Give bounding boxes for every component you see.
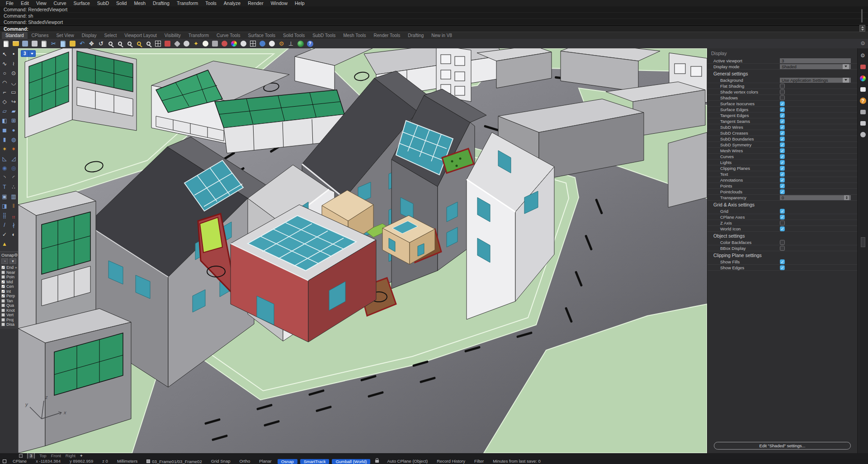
menu-render[interactable]: Render xyxy=(245,0,266,6)
viewport-menu-caret-icon[interactable] xyxy=(31,53,33,55)
subd-boundaries-checkbox[interactable]: ✓ xyxy=(780,136,785,141)
panel-strip-handle[interactable] xyxy=(861,237,865,247)
cplane-axes-checkbox[interactable]: ✓ xyxy=(780,215,785,220)
tab-select[interactable]: Select xyxy=(101,32,121,39)
tab-render-tools[interactable]: Render Tools xyxy=(370,32,404,39)
viewport-tab-top[interactable]: Top xyxy=(39,453,46,459)
status-osnap[interactable]: Osnap xyxy=(278,459,297,464)
rail-surface-plane-button[interactable]: ⊞ xyxy=(9,116,18,125)
toolbar-rotate-view-button[interactable]: ↺ xyxy=(97,39,105,48)
tangent-edges-checkbox[interactable]: ✓ xyxy=(780,113,785,118)
rail-point-edit-button[interactable]: ∴ xyxy=(9,182,18,192)
command-prompt[interactable]: Command: xyxy=(0,26,868,32)
toolbar-open-file-button[interactable] xyxy=(11,39,20,48)
status-planar[interactable]: Planar xyxy=(255,459,276,464)
toolbar-gear-icon[interactable]: ⚙ xyxy=(860,40,865,47)
toolbar-rendered-sphere-button[interactable] xyxy=(268,39,276,48)
toolbar-named-view-car-button[interactable] xyxy=(163,39,172,48)
toolbar-spotlight-pair-button[interactable]: ✦ xyxy=(192,39,200,48)
toolbar-paste-button[interactable] xyxy=(68,39,77,48)
toolbar-earth-button[interactable] xyxy=(296,39,305,48)
menu-transform[interactable]: Transform xyxy=(174,0,201,6)
osnap-checkbox-near[interactable] xyxy=(1,271,5,274)
viewport-tab-3[interactable]: 3 xyxy=(27,453,35,459)
status-ortho[interactable]: Ortho xyxy=(235,459,255,464)
text-checkbox[interactable]: ✓ xyxy=(780,172,785,177)
osnap-checkbox-mid[interactable]: ✓ xyxy=(1,280,5,284)
curves-checkbox[interactable]: ✓ xyxy=(780,154,785,159)
tangent-seams-checkbox[interactable]: ✓ xyxy=(780,119,785,124)
menu-window[interactable]: Window xyxy=(268,0,291,6)
rail-trim-button[interactable]: / xyxy=(0,220,9,230)
osnap-expand-icon[interactable]: » xyxy=(15,266,17,270)
status-current-layer[interactable]: 03_Frame01/03_Frame02 xyxy=(142,459,206,464)
osnap-gear-icon[interactable]: ⚙ xyxy=(14,253,18,258)
tab-visibility[interactable]: Visibility xyxy=(161,32,184,39)
osnap-checkbox-cen[interactable]: ✓ xyxy=(1,285,5,288)
rail-single-point-button[interactable]: • xyxy=(9,49,18,59)
annotations-checkbox[interactable]: ✓ xyxy=(780,178,785,183)
rail-check-tool-button[interactable]: ✓ xyxy=(0,230,9,239)
viewport-3d[interactable]: x y z 3 xyxy=(18,48,707,453)
osnap-checkbox-tan[interactable] xyxy=(1,299,5,303)
lights-checkbox[interactable]: ✓ xyxy=(780,160,785,165)
menu-help[interactable]: Help xyxy=(292,0,308,6)
rail-circle-center-button[interactable]: ○ xyxy=(0,68,9,78)
tab-viewport-layout[interactable]: Viewport Layout xyxy=(121,32,160,39)
panel-color-wheel-button[interactable] xyxy=(859,75,867,82)
osnap-item-cen[interactable]: ✓Cen xyxy=(1,284,18,289)
toolbar-dimension-tool-button[interactable]: ⊥ xyxy=(287,39,295,48)
bbox-display-checkbox[interactable] xyxy=(780,246,785,251)
osnap-item-qua[interactable]: Qua xyxy=(1,303,18,308)
status-smarttrack[interactable]: SmartTrack xyxy=(300,459,330,464)
toolbar-zoom-selected-button[interactable] xyxy=(135,39,143,48)
status-millimeters[interactable]: Millimeters xyxy=(113,459,142,464)
toolbar-print-button[interactable] xyxy=(30,39,39,48)
status-pane-icon[interactable] xyxy=(3,459,6,463)
rail-fillet-surface-button[interactable]: ◺ xyxy=(0,154,9,163)
rail-array-grid-button[interactable]: ⣿ xyxy=(0,211,9,220)
toolbar-lamp-button[interactable] xyxy=(201,39,210,48)
rail-split-button[interactable]: ∤ xyxy=(9,220,18,230)
menu-solid[interactable]: Solid xyxy=(113,0,130,6)
status-cplane[interactable]: CPlane xyxy=(8,459,31,464)
panel-sun-button[interactable] xyxy=(859,131,867,138)
chevron-down-icon[interactable] xyxy=(843,78,849,83)
display-mode-dropdown[interactable]: Shaded xyxy=(780,64,851,69)
toolbar-undo-button[interactable]: ↶ xyxy=(78,39,86,48)
tab-surface-tools[interactable]: Surface Tools xyxy=(245,32,279,39)
rail-curve-control-points-button[interactable]: ∿ xyxy=(0,59,9,68)
rail-blend-curve-button[interactable]: ◜ xyxy=(9,173,18,182)
tab-set-view[interactable]: Set View xyxy=(52,32,77,39)
tab-display[interactable]: Display xyxy=(78,32,100,39)
rail-array-polar-button[interactable]: ⣤ xyxy=(9,211,18,220)
rail-arc-center-button[interactable]: ◠ xyxy=(0,78,9,87)
panel-display-mode-button[interactable] xyxy=(859,86,867,93)
chevron-down-icon[interactable] xyxy=(843,64,849,69)
osnap-checkbox-proj[interactable] xyxy=(1,318,5,322)
rail-cylinder-button[interactable]: ▮ xyxy=(0,135,9,144)
menu-tools[interactable]: Tools xyxy=(202,0,220,6)
osnap-item-int[interactable]: ✓Int xyxy=(1,289,18,294)
shade-vertex-colors-checkbox[interactable] xyxy=(780,89,785,94)
tab-standard[interactable]: Standard xyxy=(2,32,28,39)
panel-display-gear-button[interactable]: ⚙ xyxy=(859,52,867,59)
rail-box-button[interactable]: ◼ xyxy=(0,125,9,135)
osnap-item-disa[interactable]: Disa xyxy=(1,322,18,327)
viewport-pane-icon[interactable] xyxy=(19,454,23,458)
toolbar-zoom-button[interactable] xyxy=(106,39,115,48)
rail-polyline-button[interactable]: ⌐ xyxy=(0,87,9,97)
osnap-checkbox-disa[interactable] xyxy=(1,323,5,326)
subd-wires-checkbox[interactable]: ✓ xyxy=(780,125,785,130)
rail-polygon-button[interactable]: ◇ xyxy=(0,97,9,106)
rail-group-button[interactable]: ▣ xyxy=(0,192,9,201)
edit-shaded-settings-button[interactable]: Edit "Shaded" settings... xyxy=(714,442,851,450)
viewport-tab-front[interactable]: Front xyxy=(51,453,61,459)
osnap-item-end[interactable]: ✓End» xyxy=(1,265,18,270)
status-gumball-world[interactable]: Gumball (World) xyxy=(332,459,370,464)
osnap-item-near[interactable]: Near xyxy=(1,270,18,275)
toolbar-shaded-sphere-button[interactable] xyxy=(258,39,267,48)
tab-subd-tools[interactable]: SubD Tools xyxy=(309,32,339,39)
rail-curve-interpolate-button[interactable]: ≀ xyxy=(9,59,18,68)
tab-mesh-tools[interactable]: Mesh Tools xyxy=(340,32,369,39)
